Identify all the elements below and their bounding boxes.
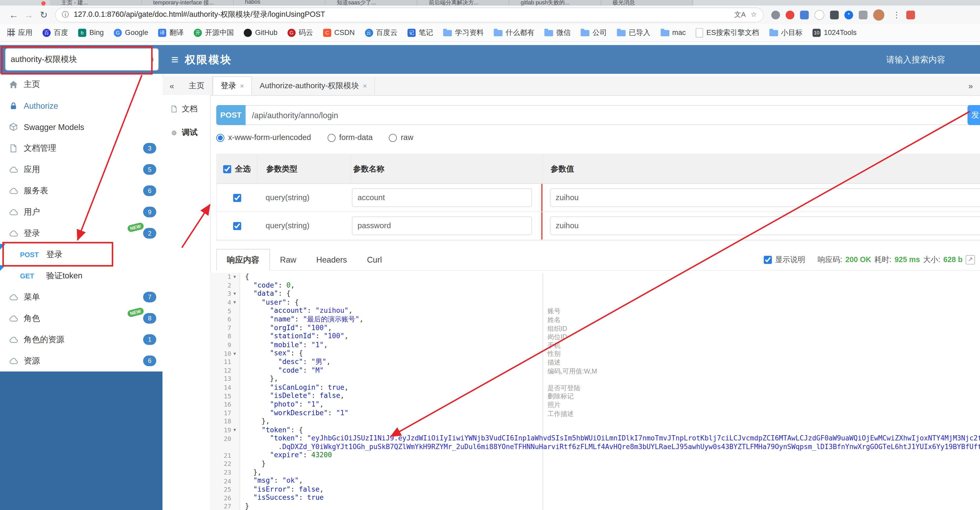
module-select[interactable]: authority-权限模块 ▲▼ (5, 48, 159, 71)
bookmark-item[interactable]: CCSDN (323, 29, 355, 37)
sidebar-item-Authorize[interactable]: Authorize (0, 95, 162, 116)
fold-caret-icon[interactable]: ▾ (232, 300, 237, 305)
sidebar-item-应用[interactable]: 应用5 (0, 159, 162, 180)
browser-window-tab[interactable]: 主页 - 建... (50, 0, 142, 5)
site-info-icon[interactable]: ⓘ (62, 10, 69, 19)
bookmark-item[interactable]: 学习资料 (443, 28, 484, 37)
browser-menu-icon[interactable]: ⋮ (892, 10, 901, 19)
sidebar-item-角色的资源[interactable]: 角色的资源1 (0, 329, 162, 350)
response-tab-Raw[interactable]: Raw (270, 249, 306, 270)
bookmark-item[interactable]: 101024Tools (813, 29, 857, 37)
response-tab-Headers[interactable]: Headers (306, 249, 357, 270)
forward-button[interactable]: → (21, 10, 36, 20)
show-desc-checkbox[interactable] (764, 255, 772, 264)
close-tab-icon[interactable]: × (363, 82, 367, 89)
extension-icon-1[interactable] (772, 10, 780, 19)
browser-window-tab[interactable]: temporary-interface 接... (142, 0, 234, 5)
response-tab-响应内容[interactable]: 响应内容 (216, 249, 270, 271)
fold-caret-icon[interactable]: ▾ (232, 274, 237, 280)
content-type-radio[interactable] (327, 134, 336, 142)
profile-avatar[interactable] (873, 9, 885, 21)
fold-caret-icon[interactable]: ▾ (232, 427, 237, 432)
bookmark-star-icon[interactable]: ☆ (751, 11, 757, 19)
sidebar-item-文档管理[interactable]: 文档管理3 (0, 138, 162, 159)
extension-icon-4[interactable] (815, 10, 824, 20)
translate-icon[interactable]: 文A (734, 10, 746, 19)
extension-icon-3[interactable] (800, 10, 809, 19)
request-url-input[interactable]: /api/authority/anno/login (246, 105, 974, 125)
bookmark-item[interactable]: 百百度 (43, 28, 68, 37)
extension-icon-6[interactable]: * (844, 10, 853, 19)
browser-window-tab[interactable]: habos (234, 0, 326, 5)
search-input[interactable] (885, 54, 963, 65)
sidebar-subitem-post-登录[interactable]: POST登录 (0, 244, 162, 265)
select-all-checkbox[interactable] (223, 165, 231, 173)
param-name-input[interactable] (352, 188, 532, 207)
close-tab-icon[interactable]: × (240, 82, 244, 89)
sidebar-item-服务表[interactable]: 服务表6 (0, 180, 162, 201)
url-text[interactable]: 127.0.0.1:8760/api/gate/doc.html#/author… (74, 10, 729, 20)
rail-item-调试[interactable]: 调试 (162, 123, 210, 143)
browser-window-tab[interactable]: gitlab push失败的... (509, 0, 601, 5)
param-checkbox[interactable] (233, 222, 241, 230)
rail-item-文档[interactable]: 文档 (162, 99, 210, 119)
bookmark-item[interactable]: 应用 (8, 28, 33, 37)
bookmark-item[interactable]: mac (660, 29, 686, 37)
bookmark-item[interactable]: 微信 (544, 28, 571, 37)
fold-caret-icon[interactable]: ▾ (232, 291, 237, 297)
fullscreen-icon[interactable]: ↗ (966, 255, 975, 264)
extension-icon-2[interactable] (786, 10, 794, 19)
send-button[interactable]: 发送 (967, 105, 980, 125)
sidebar-item-主页[interactable]: 主页 (0, 74, 162, 95)
count-badge: 1 (143, 334, 156, 345)
response-tab-Curl[interactable]: Curl (357, 249, 392, 270)
bookmark-item[interactable]: GGoogle (114, 29, 148, 37)
param-name-input[interactable] (352, 217, 532, 235)
extension-icon-5[interactable] (830, 10, 838, 19)
bookmark-item[interactable]: 小目标 (769, 28, 803, 37)
reload-button[interactable]: ↻ (36, 9, 51, 21)
browser-window-tab[interactable]: 前后端分离解决方... (418, 0, 509, 5)
tabs-scroll-left[interactable]: « (162, 81, 181, 90)
bookmark-item[interactable]: ES搜索引擎文档 (696, 28, 759, 37)
bookmark-item[interactable]: 什么都有 (494, 28, 535, 37)
bookmark-item[interactable]: G码云 (287, 28, 313, 37)
browser-window-tab[interactable]: 知道saas少了... (326, 0, 418, 5)
param-value-input[interactable] (550, 217, 980, 235)
back-button[interactable]: ← (6, 10, 21, 20)
content-type-option-x-www-form-urlencoded[interactable]: x-www-form-urlencoded (216, 133, 311, 142)
content-type-option-raw[interactable]: raw (389, 133, 414, 142)
browser-window-tab[interactable]: 极光消息 (601, 0, 693, 5)
sidebar-subitem-get-验证token[interactable]: GET验证token (0, 265, 162, 287)
pinned-edge-icon[interactable] (906, 10, 915, 19)
sidebar-item-角色[interactable]: 角色NEW8 (0, 308, 162, 329)
content-tab-主页[interactable]: 主页 (181, 76, 213, 95)
sidebar-item-菜单[interactable]: 菜单7 (0, 287, 162, 308)
content-type-radio[interactable] (216, 134, 224, 142)
bookmark-item[interactable]: GitHub (244, 29, 277, 37)
bookmark-item[interactable]: 记笔记 (407, 28, 433, 37)
bookmark-item[interactable]: 译翻译 (158, 28, 184, 37)
content-type-option-form-data[interactable]: form-data (327, 133, 373, 142)
bookmark-item[interactable]: bBing (78, 29, 104, 37)
tabs-scroll-right[interactable]: » (961, 81, 980, 90)
extension-icon-7[interactable] (859, 10, 867, 19)
bookmark-item[interactable]: 云百度云 (365, 28, 398, 37)
bookmark-item[interactable]: 开开源中国 (194, 28, 234, 37)
hamburger-menu-icon[interactable]: ≡ (171, 52, 179, 67)
content-tab-登录[interactable]: 登录× (213, 76, 252, 95)
bookmark-item[interactable]: 公司 (581, 28, 607, 37)
address-bar[interactable]: ⓘ 127.0.0.1:8760/api/gate/doc.html#/auth… (55, 7, 764, 22)
fold-caret-icon[interactable]: ▾ (232, 351, 237, 356)
bookmark-item[interactable]: 已导入 (617, 28, 650, 37)
sidebar-item-用户[interactable]: 用户9 (0, 201, 162, 223)
content-type-radio[interactable] (389, 134, 397, 142)
param-checkbox[interactable] (233, 194, 241, 202)
sidebar-item-登录[interactable]: 登录NEW2 (0, 223, 162, 244)
sidebar-item-资源[interactable]: 资源6 (0, 350, 162, 371)
window-close-button[interactable] (41, 1, 46, 5)
param-value-input[interactable] (550, 188, 980, 207)
sidebar-item-Swagger Models[interactable]: Swagger Models (0, 116, 162, 138)
content-tab-Authorize-authority-权限模块[interactable]: Authorize-authority-权限模块× (252, 76, 375, 95)
sidebar-item-label: 登录 (24, 228, 40, 239)
